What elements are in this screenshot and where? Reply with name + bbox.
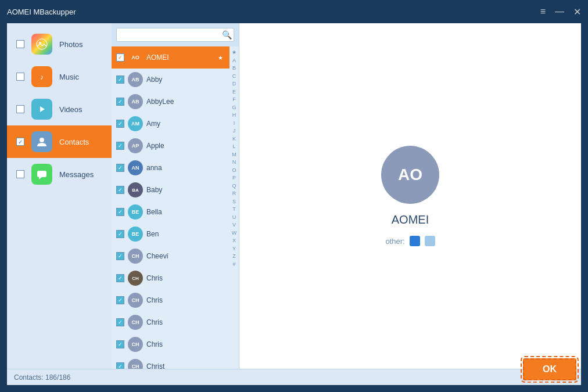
contact-checkbox[interactable] — [116, 120, 124, 128]
contact-checkbox[interactable] — [116, 362, 124, 369]
alpha-Y[interactable]: Y — [232, 245, 236, 253]
contact-item[interactable]: AMAmy — [112, 113, 230, 135]
contact-item[interactable]: BEBen — [112, 223, 230, 245]
contact-avatar: CH — [128, 337, 143, 352]
music-checkbox[interactable] — [16, 73, 24, 81]
contact-avatar: AO — [128, 50, 143, 65]
contact-checkbox[interactable] — [116, 274, 124, 282]
alpha-C[interactable]: C — [232, 73, 236, 81]
alpha-A[interactable]: A — [232, 57, 236, 65]
contact-checkbox[interactable] — [116, 252, 124, 260]
contact-name: Cheevi — [146, 252, 168, 260]
contact-avatar: CH — [128, 293, 143, 308]
contact-item[interactable]: BABaby — [112, 179, 230, 201]
search-icon[interactable]: 🔍 — [222, 30, 232, 39]
alpha-V[interactable]: V — [232, 221, 236, 229]
contact-avatar: CH — [128, 315, 143, 330]
contact-checkbox[interactable] — [116, 53, 124, 62]
alpha-L[interactable]: L — [232, 143, 235, 151]
contact-avatar: CH — [128, 271, 143, 286]
alpha-E[interactable]: E — [232, 88, 236, 96]
contact-checkbox[interactable] — [116, 75, 124, 84]
alpha-P[interactable]: P — [232, 174, 236, 182]
svg-point-6 — [40, 138, 44, 142]
contact-checkbox[interactable] — [116, 208, 124, 216]
photos-checkbox[interactable] — [16, 40, 24, 48]
search-input[interactable] — [116, 28, 234, 42]
contact-checkbox[interactable] — [116, 98, 124, 106]
messages-icon — [31, 164, 52, 185]
alpha-Z[interactable]: Z — [232, 253, 236, 261]
alpha-S[interactable]: S — [232, 198, 236, 206]
alpha-N[interactable]: N — [232, 159, 236, 167]
close-button[interactable]: ✕ — [573, 6, 581, 17]
alpha-G[interactable]: G — [232, 104, 236, 112]
contact-checkbox[interactable] — [116, 318, 124, 326]
contact-item[interactable]: BEBella — [112, 201, 230, 223]
sidebar-item-music[interactable]: ♪ Music — [7, 60, 112, 93]
contact-name: Chris — [146, 340, 163, 348]
contact-item[interactable]: AOAOMEI★ — [112, 46, 230, 69]
contact-checkbox[interactable] — [116, 230, 124, 238]
alpha-B[interactable]: B — [232, 64, 236, 73]
contact-name: Chris — [146, 296, 163, 304]
alpha-F[interactable]: F — [232, 96, 236, 104]
sidebar-item-videos[interactable]: Videos — [7, 93, 112, 125]
messages-checkbox[interactable] — [16, 170, 24, 178]
contacts-checkbox[interactable] — [16, 138, 24, 146]
search-bar: 🔍 — [112, 23, 239, 46]
contact-item[interactable]: ANanna — [112, 157, 230, 179]
ok-button-wrap: OK — [523, 358, 576, 380]
status-label: Contacts: 186/186 — [14, 373, 70, 382]
contact-item[interactable]: CHChris — [112, 333, 230, 355]
alpha-X[interactable]: X — [232, 237, 236, 245]
contact-name: AOMEI — [146, 53, 169, 62]
contacts-icon — [31, 131, 52, 152]
contact-item[interactable]: CHChris — [112, 267, 230, 289]
alpha-Q[interactable]: Q — [232, 182, 236, 190]
contact-item[interactable]: APApple — [112, 135, 230, 157]
contact-item[interactable]: ABAbby — [112, 69, 230, 91]
menu-icon[interactable]: ≡ — [540, 6, 546, 17]
alpha-M[interactable]: M — [232, 151, 236, 159]
videos-checkbox[interactable] — [16, 105, 24, 113]
alpha-I[interactable]: I — [234, 120, 235, 128]
alpha-W[interactable]: W — [232, 229, 237, 238]
sidebar-item-messages[interactable]: Messages — [7, 158, 112, 190]
contact-avatar: CH — [128, 249, 143, 264]
minimize-button[interactable]: — — [555, 6, 564, 17]
alpha-★[interactable]: ★ — [232, 49, 236, 57]
alpha-J[interactable]: J — [233, 127, 236, 135]
alpha-D[interactable]: D — [232, 80, 236, 88]
contact-item[interactable]: CHChrist — [112, 355, 230, 369]
messages-label: Messages — [59, 170, 94, 179]
contact-checkbox[interactable] — [116, 340, 124, 348]
sidebar-item-contacts[interactable]: Contacts — [7, 125, 112, 158]
alpha-U[interactable]: U — [232, 214, 236, 222]
detail-avatar: AO — [381, 146, 439, 204]
alpha-O[interactable]: O — [232, 167, 236, 175]
contact-item[interactable]: CHChris — [112, 289, 230, 311]
contact-item[interactable]: CHChris — [112, 311, 230, 333]
alpha-T[interactable]: T — [232, 206, 236, 214]
contact-list: AOAOMEI★ABAbbyABAbbyLeeAMAmyAPAppleANann… — [112, 46, 230, 369]
main-container: Photos ♪ Music Videos — [7, 23, 581, 385]
contact-checkbox[interactable] — [116, 142, 124, 150]
ok-button[interactable]: OK — [523, 358, 576, 380]
detail-avatar-initials: AO — [398, 166, 422, 184]
contact-checkbox[interactable] — [116, 164, 124, 172]
alpha-H[interactable]: H — [232, 112, 236, 120]
contact-item[interactable]: CHCheevi — [112, 245, 230, 267]
alpha-#[interactable]: # — [232, 261, 235, 269]
contact-item[interactable]: ABAbbyLee — [112, 91, 230, 113]
contact-name: Abby — [146, 75, 162, 84]
sidebar-item-photos[interactable]: Photos — [7, 28, 112, 60]
music-icon: ♪ — [31, 66, 52, 87]
alpha-K[interactable]: K — [232, 135, 236, 143]
contact-checkbox[interactable] — [116, 296, 124, 304]
contact-name: Chris — [146, 274, 163, 282]
contact-name: Chris — [146, 318, 163, 326]
contact-checkbox[interactable] — [116, 186, 124, 194]
alphabet-index[interactable]: ★ABCDEFGHIJKLMNOPQRSTUVWXYZ# — [230, 46, 239, 369]
alpha-R[interactable]: R — [232, 190, 236, 198]
